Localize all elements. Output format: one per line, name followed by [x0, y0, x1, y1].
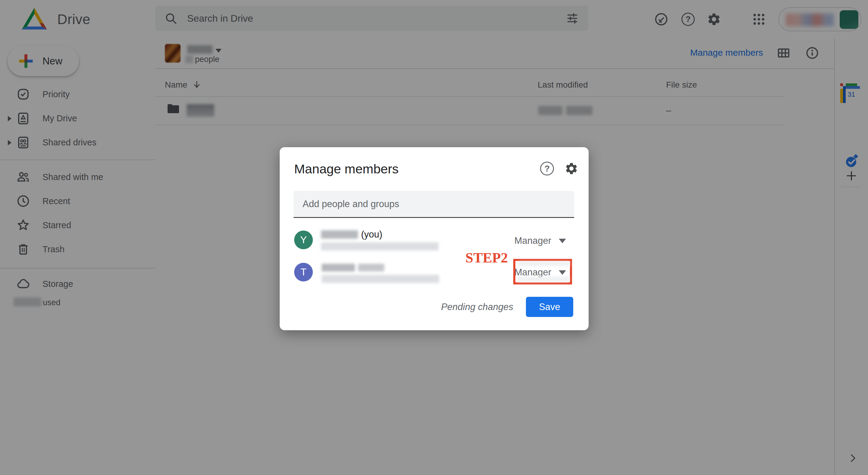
member-name-redacted	[321, 264, 355, 272]
manage-members-dialog: Manage members ? Y (you) Manager T	[280, 147, 589, 330]
add-people-field[interactable]	[293, 191, 574, 218]
role-dropdown[interactable]: Manager	[515, 235, 566, 246]
member-email-redacted	[321, 242, 438, 250]
member-email-redacted	[321, 275, 439, 283]
dialog-settings-icon[interactable]	[564, 162, 578, 175]
save-button[interactable]: Save	[526, 297, 573, 317]
pending-changes-label: Pending changes	[441, 302, 513, 312]
drive-app: Drive	[0, 0, 868, 475]
dropdown-caret-icon	[559, 239, 566, 243]
dialog-title: Manage members	[294, 162, 399, 176]
artifact-blur	[518, 262, 569, 266]
annotation-highlight-box	[513, 259, 572, 284]
artifact-blur	[517, 277, 569, 282]
member-name-redacted	[358, 264, 384, 272]
member-name-redacted	[321, 230, 358, 239]
dialog-help-icon[interactable]: ?	[540, 162, 554, 175]
step2-annotation: STEP2	[465, 249, 508, 266]
member-avatar: T	[294, 263, 313, 281]
add-people-input[interactable]	[303, 199, 565, 209]
member-avatar: Y	[294, 231, 313, 249]
member-you-suffix: (you)	[361, 229, 382, 240]
